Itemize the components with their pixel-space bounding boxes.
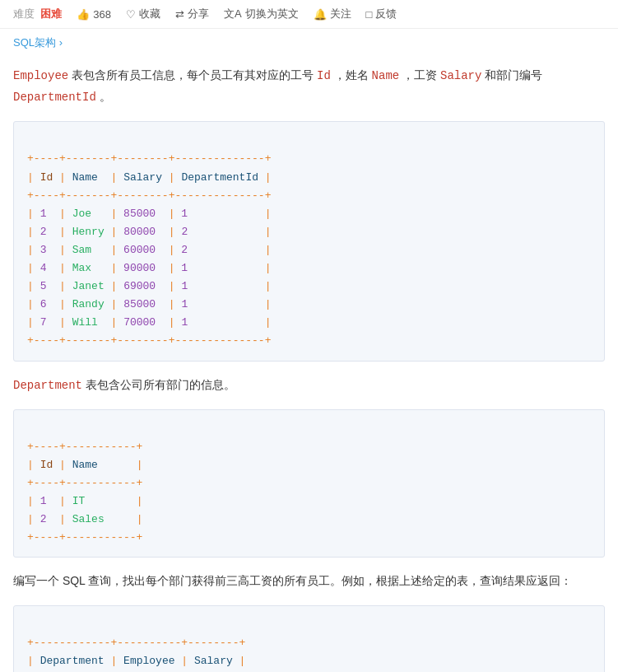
share-button[interactable]: ⇄ 分享 bbox=[175, 7, 209, 21]
translate-button[interactable]: 文A 切换为英文 bbox=[224, 7, 299, 21]
breadcrumb: SQL架构 › bbox=[0, 29, 618, 57]
breadcrumb-arrow: › bbox=[59, 36, 63, 49]
top-bar: 难度 困难 👍 368 ♡ 收藏 ⇄ 分享 文A 切换为英文 🔔 关注 □ 反馈 bbox=[0, 0, 618, 29]
feedback-icon: □ bbox=[366, 8, 373, 21]
employee-table: +----+-------+--------+--------------+ |… bbox=[13, 121, 605, 361]
bell-icon: 🔔 bbox=[314, 8, 327, 21]
description-1: Employee 表包含所有员工信息，每个员工有其对应的工号 Id ，姓名 Na… bbox=[13, 65, 605, 108]
like-icon: 👍 bbox=[77, 8, 90, 21]
collect-button[interactable]: ♡ 收藏 bbox=[126, 7, 160, 21]
difficulty-label: 难度 困难 bbox=[13, 7, 62, 21]
collect-icon: ♡ bbox=[126, 8, 136, 21]
content-area: Employee 表包含所有员工信息，每个员工有其对应的工号 Id ，姓名 Na… bbox=[0, 57, 618, 672]
follow-button[interactable]: 🔔 关注 bbox=[314, 7, 351, 21]
query-description: 编写一个 SQL 查询，找出每个部门获得前三高工资的所有员工。例如，根据上述给定… bbox=[13, 571, 605, 591]
department-table: +----+-----------+ | Id | Name | +----+-… bbox=[13, 409, 605, 558]
share-icon: ⇄ bbox=[175, 8, 184, 21]
feedback-button[interactable]: □ 反馈 bbox=[366, 7, 397, 21]
breadcrumb-link[interactable]: SQL架构 bbox=[13, 36, 56, 49]
translate-icon: 文A bbox=[224, 7, 242, 21]
like-button[interactable]: 👍 368 bbox=[77, 8, 111, 21]
result-table: +------------+----------+--------+ | Dep… bbox=[13, 605, 605, 672]
description-2: Department 表包含公司所有部门的信息。 bbox=[13, 375, 605, 396]
